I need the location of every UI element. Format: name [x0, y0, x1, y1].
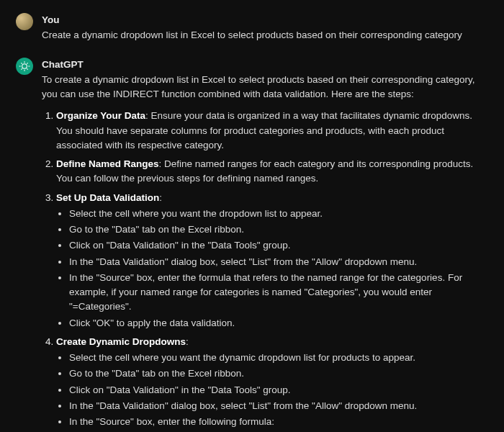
list-item: Click "OK" to apply the data validation.: [69, 316, 488, 330]
step-4-title: Create Dynamic Dropdowns: [56, 336, 186, 347]
list-item: In the "Data Validation" dialog box, sel…: [69, 255, 488, 269]
user-sender-label: You: [42, 13, 488, 27]
svg-point-0: [22, 63, 27, 68]
list-item: In the "Source" box, enter the following…: [69, 415, 488, 432]
chatgpt-logo-icon: [19, 60, 30, 72]
step-3-body: :: [159, 192, 162, 203]
assistant-intro: To create a dynamic dropdown list in Exc…: [42, 73, 488, 102]
list-item: Go to the "Data" tab on the Excel ribbon…: [69, 222, 488, 237]
steps-list: Organize Your Data: Ensure your data is …: [42, 109, 488, 432]
list-item: Select the cell where you want the dropd…: [69, 207, 488, 221]
assistant-message-body: ChatGPT To create a dynamic dropdown lis…: [42, 58, 488, 433]
step-2-title: Define Named Ranges: [56, 158, 159, 169]
user-message: You Create a dynamic dropdown list in Ex…: [16, 13, 488, 43]
step-3-substeps: Select the cell where you want the dropd…: [56, 207, 488, 330]
step-3-title: Set Up Data Validation: [56, 192, 159, 203]
step-4-substeps: Select the cell where you want the dynam…: [56, 351, 488, 432]
list-item: In the "Source" box, enter the formula t…: [69, 271, 488, 315]
step-4: Create Dynamic Dropdowns: Select the cel…: [56, 335, 488, 432]
step-4-body: :: [186, 336, 189, 347]
list-item: In the "Data Validation" dialog box, sel…: [69, 399, 488, 413]
assistant-message: ChatGPT To create a dynamic dropdown lis…: [16, 58, 488, 433]
step-1: Organize Your Data: Ensure your data is …: [56, 109, 488, 153]
user-avatar: [16, 13, 33, 30]
assistant-sender-label: ChatGPT: [42, 58, 488, 72]
list-item: Select the cell where you want the dynam…: [69, 351, 488, 365]
step-2: Define Named Ranges: Define named ranges…: [56, 157, 488, 186]
user-message-body: You Create a dynamic dropdown list in Ex…: [42, 13, 488, 43]
list-item: Go to the "Data" tab on the Excel ribbon…: [69, 366, 488, 381]
list-item-text: In the "Source" box, enter the following…: [69, 416, 274, 427]
user-text: Create a dynamic dropdown list in Excel …: [42, 28, 488, 42]
list-item: Click on "Data Validation" in the "Data …: [69, 383, 488, 397]
chatgpt-avatar: [16, 58, 33, 75]
step-3: Set Up Data Validation: Select the cell …: [56, 191, 488, 330]
list-item: Click on "Data Validation" in the "Data …: [69, 238, 488, 253]
step-1-title: Organize Your Data: [56, 110, 145, 121]
